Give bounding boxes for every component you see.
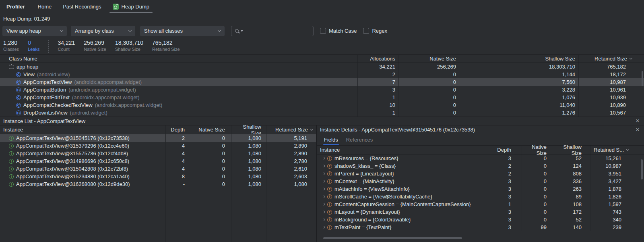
chevron-down-icon [218,29,221,32]
class-table-row[interactable]: AppCompatCheckedTextView (androidx.appco… [0,101,644,109]
column-header-depth[interactable]: Depth [496,146,522,154]
field-row[interactable]: mScrollCache = {View$ScrollabilityCache}… [317,193,644,200]
column-header-native-size[interactable]: Native Size [522,146,554,154]
depth-cell: 4 [165,142,193,150]
field-row[interactable]: mResources = {Resources} 3 0 52 15,261 [317,154,644,162]
class-table-row[interactable]: View (android.view) 2 0 1,144 18,172 [0,71,644,78]
field-name-cell: mScrollCache = {View$ScrollabilityCache} [317,194,496,200]
show-classes-dropdown[interactable]: Show all classes [140,26,225,36]
column-header-retained-size[interactable]: Retained Size [266,125,316,134]
instance-icon [9,174,14,179]
instance-row[interactable]: AppCompatTextView@315575736 (0x12cf4db8)… [0,150,316,157]
expand-chevron-icon[interactable] [322,211,325,213]
column-header-native-size[interactable]: Native Size [398,55,459,63]
match-case-group: Match Case [320,28,357,34]
column-header-shallow-size[interactable]: Shallow Size [554,146,590,154]
expand-chevron-icon[interactable] [322,195,325,198]
tab-past-recordings[interactable]: Past Recordings [57,0,107,13]
app-title: Profiler [0,0,32,13]
class-search-box[interactable] [231,26,314,36]
tab-references[interactable]: References [342,134,377,145]
field-row[interactable]: mAttachInfo = {View$AttachInfo} 3 0 263 … [317,185,644,193]
class-table-row[interactable]: DropDownListView (android.widget) 1 0 1,… [0,109,644,117]
instance-row[interactable]: AppCompatTextView@315234880 (0x12ca1a40)… [0,173,316,180]
instance-icon [9,182,14,187]
field-row[interactable]: mTextPaint = {TextPaint} 3 99 140 239 [317,223,644,231]
field-name: mAttachInfo = {View$AttachInfo} [334,186,410,192]
instance-row[interactable]: AppCompatTextView@316268080 (0x12d9de30)… [0,180,316,188]
heap-scope-dropdown[interactable]: View app heap [2,26,67,36]
column-header-shallow-size[interactable]: Shallow Size [459,55,578,63]
class-table-row[interactable]: AppCompatTextView (androidx.appcompat.wi… [0,78,644,86]
search-history-caret-icon[interactable] [241,30,243,32]
instance-row[interactable]: AppCompatTextView@314986696 (0x12c650c8)… [0,157,316,165]
shallow-size-cell: 1,080 [231,134,266,142]
expand-chevron-icon[interactable] [322,157,325,160]
match-case-checkbox[interactable] [320,28,326,34]
native-size-cell: 0 [398,71,459,78]
shallow-size-cell: 3,228 [459,86,578,94]
close-icon[interactable] [634,127,641,133]
arrange-by-dropdown[interactable]: Arrange by class [71,26,135,36]
column-header-native-size[interactable]: Native Size [193,125,231,134]
field-icon [327,187,332,192]
sort-descending-icon [630,57,632,60]
tab-fields[interactable]: Fields [320,134,342,145]
retained-size-cell: 765,182 [578,63,644,71]
native-size-cell: 0 [522,200,554,208]
search-input[interactable] [246,28,310,34]
retained-size-cell: 2,780 [266,157,316,165]
field-name-cell: shadow$_klass_ = {Class} [317,163,496,169]
column-header-allocations[interactable]: Allocations [357,55,398,63]
instance-icon [9,151,14,156]
vertical-scrollbar[interactable] [641,159,643,179]
column-header-retained-size[interactable]: Retained S... [590,146,644,154]
instance-row[interactable]: AppCompatTextView@315045176 (0x12c73538)… [0,134,316,142]
expand-chevron-icon[interactable] [322,188,325,190]
class-table-row[interactable]: AppCompatEditText (androidx.appcompat.wi… [0,94,644,101]
class-table: Class Name Allocations Native Size Shall… [0,54,644,117]
instance-row[interactable]: AppCompatTextView@315042808 (0x12c72bf8)… [0,165,316,173]
field-row[interactable]: mContentCaptureSession = {MainContentCap… [317,200,644,208]
instance-list-header: Instance Depth Native Size Shallow Size … [0,125,316,134]
class-table-row[interactable]: app heap 34,221 256,269 18,303,710 765,1… [0,63,644,71]
field-name-cell: mContext = {MainActivity} [317,178,496,184]
field-row[interactable]: mBackground = {ColorDrawable} 3 0 52 340 [317,216,644,223]
class-table-row[interactable]: AppCompatButton (androidx.appcompat.widg… [0,86,644,94]
instance-row[interactable]: AppCompatTextView@315379296 (0x12cc4e60)… [0,142,316,150]
field-row[interactable]: mParent = {LinearLayout} 2 0 808 3,951 [317,170,644,177]
retained-size-cell: 10,890 [578,101,644,109]
expand-chevron-icon[interactable] [322,218,325,221]
field-name: mResources = {Resources} [334,155,398,161]
retained-size-cell: 18,172 [578,71,644,78]
instance-icon [9,136,14,141]
tab-heap-dump[interactable]: Heap Dump [107,0,155,13]
expand-chevron-icon[interactable] [322,165,325,167]
close-icon[interactable] [634,118,641,124]
allocations-cell: 34,221 [357,63,398,71]
field-row[interactable]: shadow$_klass_ = {Class} 2 0 124 10,987 [317,162,644,170]
field-row[interactable]: mLayout = {DynamicLayout} 3 0 172 743 [317,208,644,216]
field-row[interactable]: mContext = {MainActivity} 3 0 336 3,427 [317,177,644,185]
column-header-class-name[interactable]: Class Name [0,56,357,62]
tab-home[interactable]: Home [32,0,58,13]
expand-chevron-icon[interactable] [322,180,325,183]
column-header-retained-size[interactable]: Retained Size [578,55,644,63]
stat-label: Native Size [84,47,106,52]
instance-name: AppCompatTextView@314986696 (0x12c650c8) [16,158,129,164]
column-header-instance[interactable]: Instance [0,127,165,133]
column-header-instance[interactable]: Instance [317,147,496,153]
column-header-label: Retained S... [594,147,624,153]
class-table-scrollbar[interactable] [642,71,643,86]
regex-checkbox[interactable] [363,28,369,34]
shallow-size-cell: 1,080 [231,173,266,180]
depth-cell: 3 [496,185,522,193]
column-header-shallow-size[interactable]: Shallow Size [231,125,266,134]
expand-chevron-icon[interactable] [322,172,325,175]
class-package: (android.widget) [70,110,107,116]
class-name: app heap [17,64,38,70]
expand-chevron-icon[interactable] [322,226,325,229]
column-header-depth[interactable]: Depth [165,125,193,134]
horizontal-scrollbar[interactable] [323,237,462,239]
expand-chevron-icon[interactable] [322,203,325,206]
